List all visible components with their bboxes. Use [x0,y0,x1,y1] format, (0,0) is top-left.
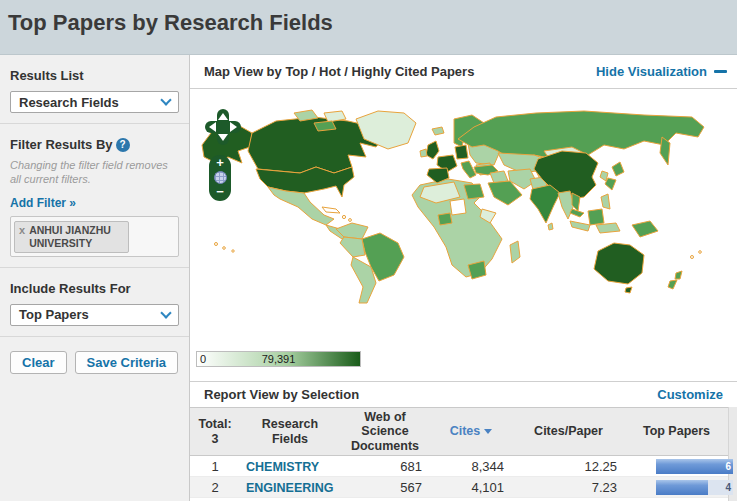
table-header-row: Total: 3 Research Fields Web of Science … [190,408,728,456]
rank-cell: 1 [190,456,240,477]
color-scale-legend: 0 79,391 [196,351,361,367]
map-view-header: Map View by Top / Hot / Highly Cited Pap… [190,55,737,89]
cites-paper-cell: 9.72 [512,498,625,501]
help-icon[interactable]: ? [116,138,130,152]
include-results-label: Include Results For [10,281,179,296]
legend-max: 79,391 [197,353,360,365]
map-view-title: Map View by Top / Hot / Highly Cited Pap… [204,64,474,79]
chevron-down-icon [160,307,171,318]
include-results-selected: Top Papers [19,307,89,322]
rank-cell: 2 [190,477,240,498]
cites-cell: 4,101 [430,477,512,498]
field-cell: ENGINEERING [240,477,340,498]
total-count: 3 [212,432,219,446]
bar-value: 6 [725,460,731,473]
world-map[interactable] [192,109,735,311]
cites-paper-cell: 12.25 [512,456,625,477]
save-criteria-button[interactable]: Save Criteria [75,351,179,374]
globe-icon[interactable] [214,171,227,184]
filter-results-label: Filter Results By [10,137,113,152]
filter-tag: x ANHUI JIANZHU UNIVERSITY [14,221,129,253]
sidebar: Results List Research Fields Filter Resu… [0,55,190,501]
rank-cell: 0 [190,498,240,501]
col-cites-paper[interactable]: Cites/Paper [512,408,625,456]
clear-button[interactable]: Clear [10,351,67,374]
wos-documents-cell: 681 [340,456,430,477]
page-header: Top Papers by Research Fields [0,0,737,55]
cites-paper-cell: 7.23 [512,477,625,498]
results-list-selected: Research Fields [19,95,119,110]
chevron-down-icon [160,94,171,105]
col-cites[interactable]: Cites [430,408,512,456]
wos-documents-cell: 567 [340,477,430,498]
cites-cell: 8,344 [430,456,512,477]
hide-visualization-link[interactable]: Hide Visualization [596,64,727,79]
top-papers-bar: 6 [656,459,733,474]
top-papers-cell: 27 [625,498,728,501]
page-title: Top Papers by Research Fields [8,10,729,36]
remove-filter-icon[interactable]: x [19,224,25,237]
results-list-dropdown[interactable]: Research Fields [10,91,179,113]
filter-tag-label: ANHUI JIANZHU UNIVERSITY [29,224,122,250]
results-table: Total: 3 Research Fields Web of Science … [190,407,728,501]
field-cell: CHEMISTRY [240,456,340,477]
sort-desc-icon [484,429,492,434]
bar-value: 4 [725,481,731,494]
results-list-label: Results List [10,68,179,83]
cites-cell: 26,008 [430,498,512,501]
field-link[interactable]: CHEMISTRY [246,460,319,474]
main-content: Map View by Top / Hot / Highly Cited Pap… [190,55,737,501]
zoom-control[interactable]: + − [209,155,231,201]
zoom-in-button[interactable]: + [216,157,224,169]
col-research-fields[interactable]: Research Fields [240,408,340,456]
table-row: 2 ENGINEERING 567 4,101 7.23 4 [190,477,728,498]
filter-tag-box: x ANHUI JIANZHU UNIVERSITY [10,216,179,257]
field-cell: ALL FIELDS [240,498,340,501]
filter-note: Changing the filter field removes all cu… [10,158,179,187]
include-results-dropdown[interactable]: Top Papers [10,304,179,326]
report-table-container: Total: 3 Research Fields Web of Science … [190,407,737,501]
map-panel: + − 0 79,391 [190,89,737,382]
add-filter-link[interactable]: Add Filter » [10,196,76,210]
col-wos-documents[interactable]: Web of Science Documents [340,408,430,456]
zoom-out-button[interactable]: − [216,186,224,198]
pan-control[interactable] [204,108,242,146]
report-view-header: Report View by Selection Customize [190,382,737,407]
table-row: 0 ALL FIELDS 2,677 26,008 9.72 27 [190,498,728,501]
col-top-papers: Top Papers [625,408,728,456]
report-view-title: Report View by Selection [204,387,359,402]
top-papers-cell: 4 [625,477,728,498]
wos-documents-cell: 2,677 [340,498,430,501]
table-row: 1 CHEMISTRY 681 8,344 12.25 6 [190,456,728,477]
top-papers-cell: 6 [625,456,728,477]
field-link[interactable]: ENGINEERING [246,481,334,495]
top-papers-bar: 4 [656,480,733,495]
collapse-minus-icon [714,70,727,73]
customize-link[interactable]: Customize [657,387,723,402]
col-total: Total: 3 [190,408,240,456]
